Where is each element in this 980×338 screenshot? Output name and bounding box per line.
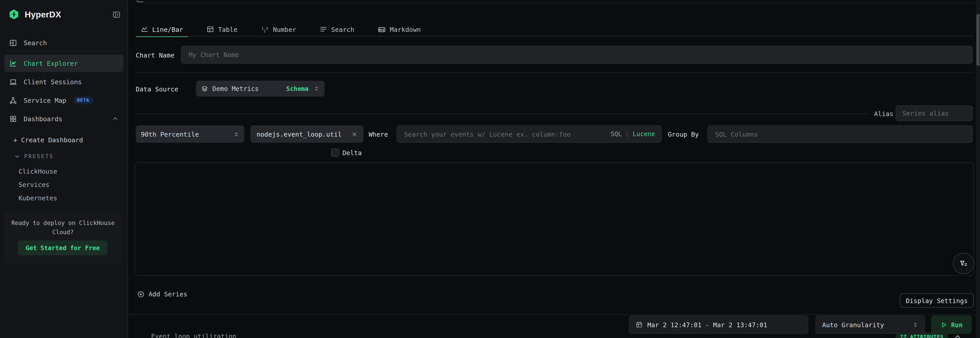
- hyperdx-logo-icon: [8, 9, 19, 20]
- tab-number[interactable]: 123Number: [256, 22, 301, 36]
- footer-divider: [128, 314, 976, 315]
- chart-name-input[interactable]: [188, 50, 966, 59]
- laptop-icon: [9, 78, 17, 86]
- grid-icon: [9, 115, 17, 122]
- metric-tag[interactable]: nodejs.event_loop.util: [250, 125, 364, 143]
- tab-line-bar[interactable]: Line/Bar: [136, 22, 188, 36]
- group-by-field[interactable]: [708, 125, 973, 143]
- sidebar-item-dashboards[interactable]: Dashboards: [4, 110, 123, 127]
- time-range-value: Mar 2 12:47:01 - Mar 2 13:47:01: [648, 321, 767, 328]
- sidebar: HyperDX SearchChart ExplorerClient Sessi…: [0, 0, 128, 338]
- chart-type-tabs: Line/BarTable123NumberSearchMarkdown: [136, 22, 426, 36]
- app-title: HyperDX: [25, 10, 107, 19]
- group-by-label: Group By: [668, 130, 699, 138]
- section-divider: [136, 72, 974, 73]
- sidebar-item-label: Dashboards: [24, 115, 62, 122]
- where-label: Where: [369, 130, 388, 138]
- alias-divider: [136, 114, 869, 114]
- aggregation-value: 90th Percentile: [141, 130, 234, 138]
- group-by-input[interactable]: [714, 130, 966, 138]
- lucene-option[interactable]: Lucene: [633, 130, 655, 138]
- display-settings-button[interactable]: Display Settings: [900, 293, 974, 308]
- sidebar-item-search[interactable]: Search: [4, 34, 123, 51]
- sidebar-item-client-sessions[interactable]: Client Sessions: [4, 73, 123, 90]
- time-range-picker[interactable]: Mar 2 12:47:01 - Mar 2 13:47:01: [629, 316, 808, 334]
- alias-label: Alias: [874, 110, 893, 117]
- tab-label: Markdown: [390, 25, 421, 33]
- get-started-button[interactable]: Get Started for Free: [18, 240, 107, 255]
- query-language-toggle[interactable]: SQL | Lucene: [611, 130, 655, 138]
- preset-kubernetes[interactable]: Kubernetes: [19, 191, 123, 205]
- beta-badge: BETA: [73, 96, 94, 104]
- aggregation-select[interactable]: 90th Percentile: [136, 125, 244, 143]
- markdown-icon: [378, 25, 386, 33]
- number-icon: 123: [261, 25, 269, 33]
- main-content: Line/BarTable123NumberSearchMarkdown Cha…: [128, 0, 980, 338]
- scrollbar-thumb[interactable]: [977, 14, 980, 66]
- add-series-button[interactable]: Add Series: [137, 290, 188, 298]
- preset-clickhouse[interactable]: ClickHouse: [19, 164, 123, 178]
- chevron-down-icon: [14, 153, 20, 159]
- app-root: HyperDX SearchChart ExplorerClient Sessi…: [0, 0, 980, 338]
- granularity-value: Auto Granularity: [822, 321, 913, 328]
- layout-icon: [9, 39, 17, 46]
- tab-search[interactable]: Search: [315, 22, 360, 36]
- select-chevrons-icon: [313, 85, 319, 92]
- select-chevrons-icon: [913, 321, 918, 328]
- run-label: Run: [951, 321, 963, 328]
- layers-icon: [201, 85, 208, 92]
- sql-option[interactable]: SQL: [611, 130, 622, 138]
- sidebar-collapse-icon[interactable]: [113, 11, 120, 18]
- tab-label: Line/Bar: [152, 25, 183, 33]
- tab-label: Number: [273, 25, 296, 33]
- sidebar-item-label: Search: [24, 39, 47, 46]
- list-icon: [320, 26, 327, 33]
- language-separator: |: [625, 130, 629, 138]
- data-source-label: Data Source: [136, 85, 178, 93]
- add-series-label: Add Series: [149, 290, 188, 298]
- where-input[interactable]: [403, 130, 611, 138]
- run-button[interactable]: Run: [931, 316, 972, 334]
- alias-field[interactable]: [896, 105, 973, 121]
- presets-header[interactable]: PRESETS: [14, 153, 54, 159]
- sidebar-item-service-map[interactable]: Service MapBETA: [4, 91, 123, 109]
- preset-services[interactable]: Services: [19, 178, 123, 191]
- alias-input[interactable]: [901, 109, 967, 117]
- sidebar-item-label: Chart Explorer: [24, 59, 78, 67]
- table-icon: [207, 26, 214, 33]
- svg-text:2: 2: [264, 29, 266, 33]
- presets-list: ClickHouseServicesKubernetes: [19, 164, 123, 205]
- data-source-select[interactable]: Demo Metrics Schema: [196, 81, 325, 97]
- tabs-divider: [136, 36, 974, 36]
- create-dashboard-button[interactable]: + Create Dashboard: [13, 136, 83, 144]
- plus-circle-icon: [137, 290, 145, 298]
- cloud-promo-text: Ready to deploy on ClickHouse Cloud?: [4, 212, 122, 237]
- line-chart-icon: [141, 26, 148, 33]
- data-source-value: Demo Metrics: [212, 85, 282, 92]
- chevron-up-icon: [112, 116, 118, 122]
- top-divider: [136, 3, 974, 3]
- tab-markdown[interactable]: Markdown: [373, 22, 426, 36]
- select-chevrons-icon: [234, 131, 239, 137]
- delta-label: Delta: [342, 149, 362, 157]
- sidebar-nav: SearchChart ExplorerClient SessionsServi…: [0, 34, 127, 127]
- granularity-select[interactable]: Auto Granularity: [816, 316, 925, 334]
- sidebar-item-label: Client Sessions: [24, 78, 82, 86]
- tab-label: Table: [218, 25, 237, 33]
- delta-checkbox[interactable]: [331, 148, 339, 157]
- schema-link[interactable]: Schema: [286, 85, 309, 92]
- nodes-icon: [9, 96, 17, 104]
- presets-label: PRESETS: [24, 153, 54, 159]
- attribute-filter-fab[interactable]: [953, 253, 974, 274]
- tab-table[interactable]: Table: [202, 22, 242, 36]
- vertical-scrollbar[interactable]: [976, 0, 980, 338]
- where-field[interactable]: SQL | Lucene: [396, 125, 662, 143]
- logo-row: HyperDX: [0, 0, 127, 20]
- sidebar-item-chart-explorer[interactable]: Chart Explorer: [4, 54, 123, 72]
- play-icon: [940, 321, 947, 328]
- remove-metric-icon[interactable]: [352, 131, 357, 137]
- clipped-chart-icon: [137, 0, 144, 3]
- chart-name-field[interactable]: [181, 46, 973, 64]
- svg-text:3: 3: [266, 26, 268, 30]
- collapse-panel-icon[interactable]: [954, 333, 961, 338]
